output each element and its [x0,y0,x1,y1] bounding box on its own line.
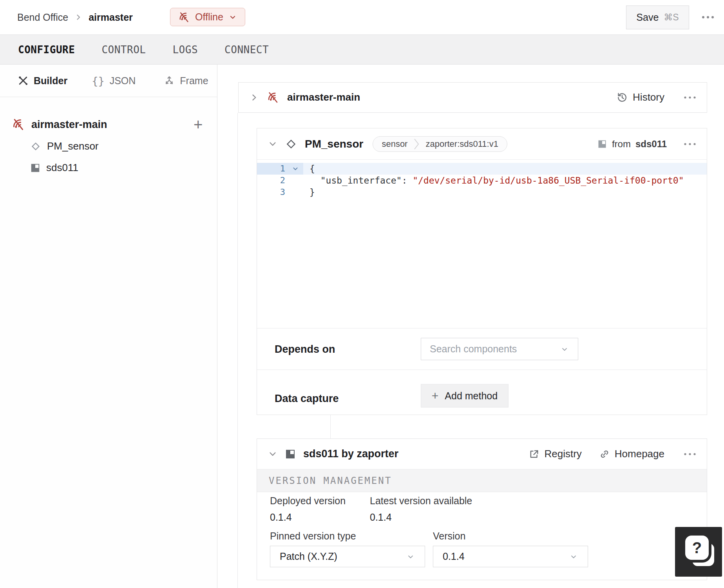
data-capture-section: Data capture + Add method [257,370,707,418]
component-diamond-icon [284,137,298,151]
tree-item-pm-sensor[interactable]: PM_sensor [0,135,217,157]
help-question-glyph: ? [692,539,702,557]
tree-part-label: airmaster-main [31,119,107,131]
component-diamond-icon [30,141,42,152]
mode-builder[interactable]: Builder [18,75,67,87]
main-panel: airmaster-main History [217,65,724,588]
save-button[interactable]: Save ⌘S [626,5,689,29]
status-badge-label: Offline [195,11,223,23]
version-management-title: VERSION MANAGEMENT [269,475,392,486]
from-module-link[interactable]: from sds011 [597,139,667,150]
module-card-sds011: sds011 by zaporter Registry [257,438,707,580]
add-resource-button[interactable]: + [194,117,203,132]
help-button[interactable]: ? [675,527,722,577]
wifi-off-icon [267,91,279,104]
chevron-right-icon[interactable] [249,92,260,103]
breadcrumb-location[interactable]: Bend Office [17,12,68,23]
version-select[interactable]: 0.1.4 [433,546,588,567]
resource-tree: airmaster-main + PM_sensor sds011 [0,97,217,179]
fold-chevron-icon[interactable] [291,163,303,175]
chevron-down-icon[interactable] [267,449,278,460]
chevron-down-icon [406,552,415,561]
deployed-version-label: Deployed version [270,495,346,507]
mode-json-label: JSON [110,75,136,87]
code-text: } [303,186,315,198]
code-text: { [303,163,315,175]
mode-frame[interactable]: Frame [164,75,208,87]
history-icon [616,92,628,103]
latest-version-label: Latest version available [370,495,472,507]
component-card-title: PM_sensor [305,138,363,150]
overflow-menu-icon[interactable] [683,93,697,102]
version-management-content: Deployed version Latest version availabl… [257,492,707,581]
overflow-menu-icon[interactable] [700,12,715,23]
save-button-label: Save [636,12,659,23]
version-management-section-header: VERSION MANAGEMENT [257,469,707,492]
version-label: Version [433,530,465,542]
depends-on-label: Depends on [275,343,335,355]
tab-connect[interactable]: CONNECT [224,44,269,56]
part-card-airmaster-main: airmaster-main History [238,82,707,113]
module-card-title: sds011 by zaporter [303,448,398,460]
tab-control[interactable]: CONTROL [101,44,146,56]
tab-configure[interactable]: CONFIGURE [18,44,75,56]
json-key: "usb_interface" [320,175,402,186]
homepage-label: Homepage [615,448,664,460]
code-line[interactable]: 3 } [257,186,707,198]
model-badge-label: zaporter:sds011:v1 [425,139,498,149]
part-card-title: airmaster-main [287,91,360,103]
depends-on-section: Depends on Search components [257,328,707,370]
depends-on-placeholder: Search components [430,343,517,355]
line-number: 2 [257,175,291,186]
history-button[interactable]: History [616,91,664,103]
pinned-version-type-value: Patch (X.Y.Z) [280,551,337,562]
overflow-menu-icon[interactable] [683,449,697,459]
top-bar: Bend Office airmaster Offline Save ⌘S [0,0,724,34]
json-braces-icon: {} [92,75,105,87]
from-label: from [612,139,631,150]
module-icon [597,139,607,149]
wifi-off-icon [12,118,25,131]
attributes-code-editor[interactable]: 1 { 2 "usb_interface": "/dev/serial/by-i… [257,163,707,328]
code-line[interactable]: 1 { [257,163,707,175]
view-mode-switcher: Builder {} JSON Frame [0,65,217,97]
pinned-version-type-select[interactable]: Patch (X.Y.Z) [270,546,425,567]
sidebar: Builder {} JSON Frame [0,65,217,588]
plus-icon: + [432,389,439,402]
badge-divider-chevron-icon [413,137,420,151]
active-line-highlight [303,163,707,175]
module-icon [284,448,296,460]
chevron-down-icon [560,345,569,354]
frame-axes-icon [164,75,175,86]
external-link-icon [529,449,539,460]
chevron-down-icon [569,552,578,561]
machine-status-dropdown[interactable]: Offline [170,8,245,26]
line-number: 3 [257,186,291,198]
add-method-button[interactable]: + Add method [421,384,509,408]
save-shortcut: ⌘S [664,12,679,23]
depends-on-select[interactable]: Search components [421,338,578,360]
chevron-down-icon[interactable] [267,139,278,150]
overflow-menu-icon[interactable] [683,139,697,149]
tree-item-airmaster-main[interactable]: airmaster-main + [0,114,217,135]
from-module-name: sds011 [635,139,667,150]
tree-item-sds011[interactable]: sds011 [0,157,217,179]
breadcrumb-machine-name: airmaster [89,12,133,23]
breadcrumb-chevron-icon [74,13,83,22]
tab-logs[interactable]: LOGS [172,44,198,56]
deployed-version-value: 0.1.4 [270,512,292,523]
registry-link[interactable]: Registry [529,448,581,460]
latest-version-value: 0.1.4 [370,512,392,523]
mode-json[interactable]: {} JSON [92,75,136,87]
link-icon [599,449,610,460]
tree-connector-line [237,113,238,588]
homepage-link[interactable]: Homepage [599,448,664,460]
builder-tools-icon [18,75,29,86]
chevron-down-icon [228,13,237,22]
code-line[interactable]: 2 "usb_interface": "/dev/serial/by-id/us… [257,175,707,186]
add-method-label: Add method [445,390,498,402]
mode-builder-label: Builder [34,75,67,87]
tab-bar: CONFIGURE CONTROL LOGS CONNECT [0,34,724,65]
module-icon [30,162,41,173]
json-string-value: "/dev/serial/by-id/usb-1a86_USB_Serial-i… [413,175,684,186]
